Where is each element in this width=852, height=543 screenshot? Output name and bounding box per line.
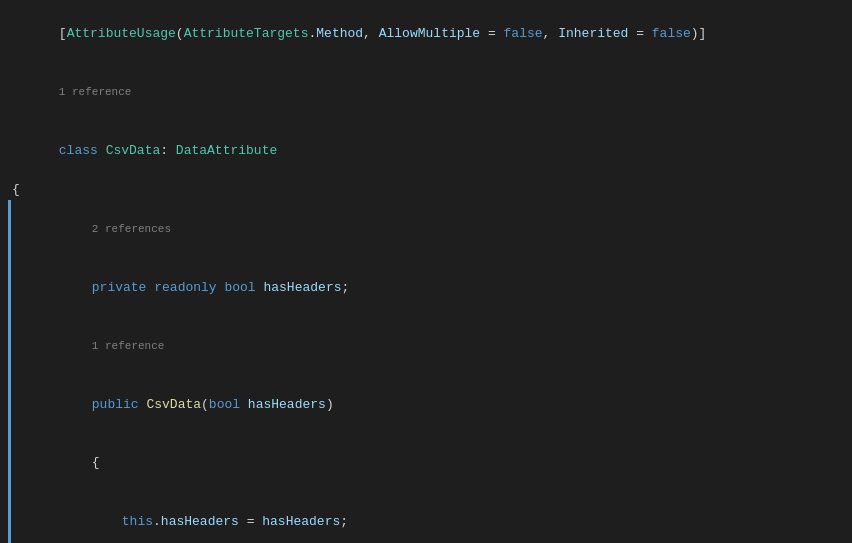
code-line-4: { <box>0 180 852 200</box>
code-line-6: private readonly bool hasHeaders; <box>0 258 852 317</box>
code-line-3: class CsvData: DataAttribute <box>0 121 852 180</box>
code-line-8: public CsvData(bool hasHeaders) <box>0 375 852 434</box>
code-line-5: 2 references <box>0 200 852 259</box>
code-line-1: [AttributeUsage(AttributeTargets.Method,… <box>0 4 852 63</box>
code-line-9: { <box>0 434 852 493</box>
code-line-7: 1 reference <box>0 317 852 376</box>
code-editor: [AttributeUsage(AttributeTargets.Method,… <box>0 0 852 543</box>
ref-hint: 1 reference <box>59 86 132 98</box>
attribute-name: AttributeUsage <box>67 26 176 41</box>
code-line-2: 1 reference <box>0 63 852 122</box>
ref-hint: 1 reference <box>92 340 165 352</box>
ref-hint: 2 references <box>92 223 171 235</box>
bracket: [ <box>59 26 67 41</box>
code-line-10: this.hasHeaders = hasHeaders; <box>0 492 852 543</box>
